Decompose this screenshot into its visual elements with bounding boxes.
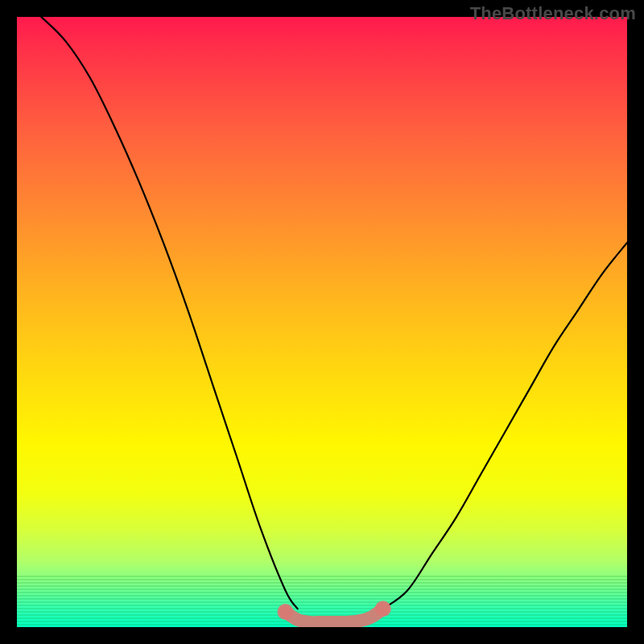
bottom-marker-band bbox=[286, 609, 383, 622]
right-curve bbox=[383, 242, 627, 609]
watermark-text: TheBottleneck.com bbox=[470, 3, 636, 24]
left-curve bbox=[41, 17, 297, 609]
marker-end-dot bbox=[375, 601, 391, 617]
marker-start-dot bbox=[278, 604, 294, 620]
plot-area bbox=[17, 17, 627, 627]
chart-frame: TheBottleneck.com bbox=[0, 0, 644, 644]
curves-svg bbox=[17, 17, 627, 627]
